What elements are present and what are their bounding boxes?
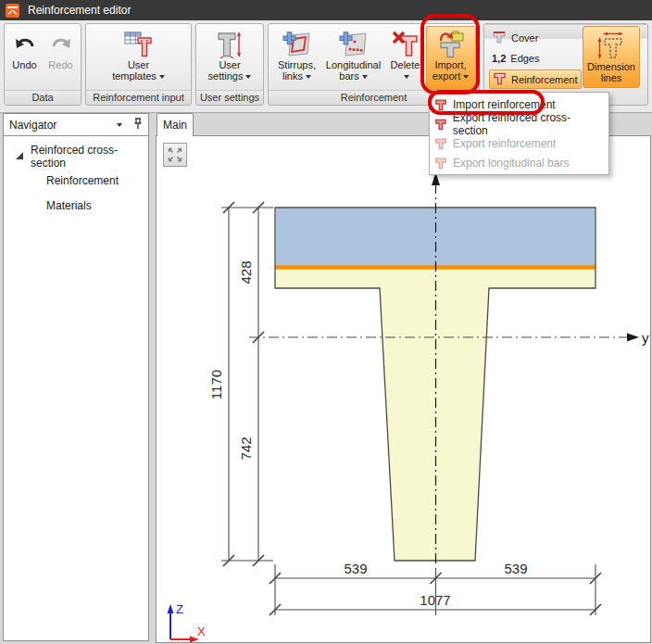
redo-label: Redo [48, 59, 72, 70]
tab-main-label: Main [163, 119, 187, 132]
redo-icon [49, 30, 73, 59]
delete-button[interactable]: Delete [385, 26, 426, 90]
import-export-icon [437, 30, 465, 59]
user-templates-icon [124, 30, 154, 59]
title-bar: Reinforcement editor [0, 0, 652, 20]
app-logo-icon [6, 4, 19, 18]
stirrups-label-1: Stirrups, [278, 59, 316, 70]
drawing-canvas[interactable]: y 1170 428 742 [156, 135, 651, 643]
dimension-lines-label-2: lines [601, 72, 622, 83]
navigator-pin-icon[interactable] [133, 118, 143, 133]
undo-icon [13, 30, 37, 59]
cross-section-drawing: y 1170 428 742 [157, 136, 650, 642]
cover-icon [492, 30, 507, 46]
edges-label: Edges [510, 53, 539, 64]
group-label-reinforcement-input: Reinforcement input [86, 90, 191, 105]
edges-badge-icon: 1,2 [492, 53, 506, 64]
menu-item-label: Export reinforced cross-section [453, 111, 603, 137]
delete-icon [392, 30, 420, 59]
import-export-menu: Import reinforcement Export reinforced c… [429, 92, 609, 175]
ribbon-group-reinforcement-input: User templates Reinforcement input [85, 23, 192, 106]
tree-root-label: Reinforced cross-section [31, 144, 148, 170]
group-label-user-settings: User settings [196, 90, 263, 105]
navigator-panel: Navigator Reinforced cross-section Reinf… [3, 113, 149, 641]
z-axis-label: Z [176, 602, 183, 616]
import-export-label-2: export [433, 70, 470, 82]
dimension-lines-icon [596, 30, 626, 61]
longitudinal-label-2: bars [339, 70, 367, 82]
ribbon-group-user-settings: User settings User settings [195, 23, 264, 106]
y-axis-arrow-icon [627, 334, 639, 342]
dropdown-caret-icon [159, 75, 165, 79]
reinforcement-t-icon [434, 118, 447, 131]
edges-button[interactable]: 1,2 Edges [489, 49, 582, 68]
dim-total-height: 1170 [208, 370, 224, 399]
stirrups-links-icon [282, 30, 312, 59]
ribbon-group-data: Undo Redo Data [4, 23, 82, 106]
reinforcement-toggle-icon [493, 71, 507, 87]
user-settings-icon [216, 30, 244, 59]
delete-caret [401, 70, 409, 82]
dimension-lines-label-1: Dimension [587, 61, 635, 72]
import-export-label-1: Import, [434, 59, 466, 70]
user-templates-label-2: templates [112, 70, 165, 82]
menu-item-export-reinforced-cross-section[interactable]: Export reinforced cross-section [430, 114, 608, 133]
left-dimension-lines [221, 202, 273, 566]
dim-total-width: 1077 [420, 592, 450, 608]
x-axis-label: X [197, 625, 206, 638]
reinforcement-editor-window: Reinforcement editor Undo [0, 0, 652, 644]
longitudinal-bars-icon [339, 30, 369, 59]
longitudinal-bars-button[interactable]: Longitudinal bars [322, 26, 385, 90]
import-export-button[interactable]: Import, export [426, 26, 476, 90]
user-templates-button[interactable]: User templates [103, 26, 175, 90]
dim-flange-depth: 428 [238, 260, 254, 284]
user-settings-label-2: settings [208, 70, 252, 82]
dropdown-caret-icon [306, 75, 311, 79]
dim-web-height: 742 [238, 436, 254, 460]
zoom-extents-button[interactable] [163, 143, 187, 167]
reinforcement-t-icon [434, 157, 447, 170]
navigator-tree: Reinforced cross-section Reinforcement M… [4, 136, 148, 218]
dim-half-left: 539 [344, 561, 367, 576]
undo-label: Undo [12, 59, 36, 70]
longitudinal-label-1: Longitudinal [326, 59, 381, 70]
navigator-title: Navigator [9, 119, 56, 132]
stirrups-links-button[interactable]: Stirrups, links [272, 26, 322, 90]
dimension-lines-button[interactable]: Dimension lines [583, 26, 640, 88]
dropdown-caret-icon [463, 75, 469, 79]
dropdown-caret-icon [404, 75, 409, 79]
delete-label: Delete [391, 59, 420, 70]
tree-child-label: Materials [46, 199, 92, 212]
tree-child-label: Reinforcement [46, 174, 119, 187]
tree-item-reinforced-cross-section[interactable]: Reinforced cross-section [4, 145, 148, 168]
menu-item-label: Export reinforcement [453, 137, 556, 150]
coordinate-axes-icon: Z X [168, 602, 207, 642]
cover-button[interactable]: Cover [489, 29, 582, 47]
dropdown-caret-icon [245, 75, 251, 79]
navigator-header[interactable]: Navigator [4, 114, 148, 136]
menu-item-label: Export longitudinal bars [453, 157, 569, 170]
tree-expander-icon[interactable] [15, 150, 24, 163]
redo-button[interactable]: Redo [43, 26, 79, 90]
tree-item-reinforcement[interactable]: Reinforcement [4, 168, 148, 193]
dim-half-right: 539 [504, 561, 527, 576]
menu-item-export-longitudinal-bars[interactable]: Export longitudinal bars [430, 153, 608, 172]
undo-button[interactable]: Undo [6, 26, 43, 90]
cover-label: Cover [511, 32, 538, 44]
menu-item-label: Import reinforcement [453, 98, 556, 111]
stirrups-label-2: links [282, 70, 311, 82]
window-title: Reinforcement editor [28, 4, 131, 17]
group-label-data: Data [5, 90, 81, 105]
user-settings-label-1: User [219, 59, 240, 70]
y-axis-label: y [642, 330, 649, 346]
navigator-dropdown-icon[interactable] [117, 123, 122, 127]
tree-item-materials[interactable]: Materials [4, 193, 148, 218]
user-settings-button[interactable]: User settings [201, 26, 258, 90]
user-templates-label-1: User [128, 59, 149, 70]
reinforcement-t-icon [434, 137, 447, 150]
reinforcement-t-icon [434, 98, 447, 111]
dropdown-caret-icon [362, 75, 368, 79]
reinforcement-toggle-label: Reinforcement [511, 74, 578, 85]
reinforcement-toggle-button[interactable]: Reinforcement [489, 69, 582, 89]
tab-main[interactable]: Main [157, 113, 194, 136]
